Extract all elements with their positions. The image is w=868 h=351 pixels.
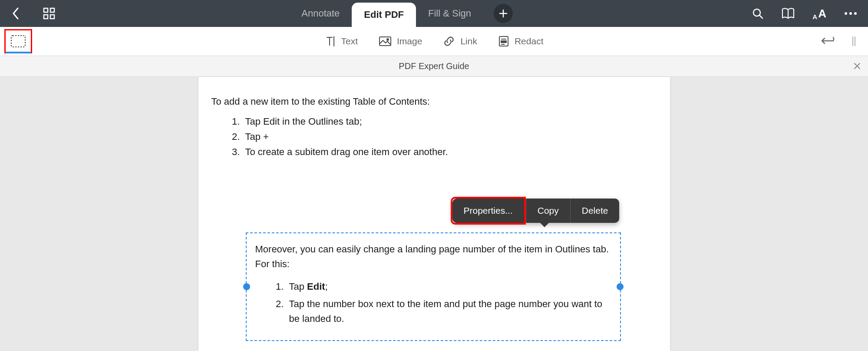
- tab-annotate[interactable]: Annotate: [289, 0, 352, 27]
- image-icon: [379, 36, 392, 46]
- search-button[interactable]: [749, 5, 766, 22]
- text-size-button[interactable]: AA: [810, 4, 829, 23]
- tab-edit-pdf[interactable]: Edit PDF: [352, 3, 416, 27]
- close-icon: [853, 62, 861, 70]
- sub-toolbar-right: [818, 33, 868, 50]
- selection-handle-left[interactable]: [243, 283, 250, 290]
- selection-tool-button[interactable]: [4, 29, 32, 53]
- more-horizontal-icon: [844, 11, 858, 16]
- svg-rect-16: [380, 37, 391, 46]
- svg-line-7: [759, 15, 762, 18]
- svg-rect-0: [44, 8, 48, 12]
- redact-icon: [498, 35, 509, 47]
- list-item: Tap +: [243, 129, 657, 144]
- active-indicator: [6, 52, 31, 53]
- context-menu: Properties... Copy Delete: [452, 199, 620, 223]
- selection-content: Moreover, you can easily change a landin…: [247, 233, 620, 331]
- text-tool-label: Text: [341, 36, 358, 46]
- document-title-bar: PDF Expert Guide: [0, 56, 868, 77]
- text-size-icon: AA: [812, 7, 826, 20]
- plus-icon: [498, 9, 508, 18]
- book-icon: [781, 7, 795, 20]
- doc-list-2: Tap Edit; Tap the number box next to the…: [255, 279, 611, 326]
- svg-point-9: [845, 12, 847, 15]
- sub-toolbar-left: [0, 29, 32, 53]
- top-bar-right: AA: [749, 0, 868, 27]
- svg-rect-1: [50, 8, 54, 12]
- list-item: Tap the number box next to the item and …: [287, 297, 611, 326]
- top-bar-left: [0, 0, 58, 27]
- context-menu-properties[interactable]: Properties...: [451, 197, 526, 225]
- sub-toolbar: Text Image Link Redact: [0, 27, 868, 56]
- redact-tool[interactable]: Redact: [498, 35, 544, 47]
- link-tool-label: Link: [460, 36, 477, 46]
- search-icon: [752, 7, 764, 20]
- grid-icon: [43, 7, 56, 20]
- svg-rect-2: [44, 15, 48, 19]
- parallel-lines-icon: [851, 36, 856, 47]
- svg-rect-12: [11, 36, 25, 47]
- top-bar: Annotate Edit PDF Fill & Sign AA: [0, 0, 868, 27]
- image-tool[interactable]: Image: [379, 36, 422, 46]
- doc-list-1: Tap Edit in the Outlines tab; Tap + To c…: [211, 114, 657, 159]
- document-title: PDF Expert Guide: [399, 61, 469, 71]
- text-tool[interactable]: Text: [325, 36, 358, 47]
- undo-button[interactable]: [818, 33, 838, 50]
- selection-handle-right[interactable]: [617, 283, 624, 290]
- back-button[interactable]: [8, 4, 23, 23]
- chevron-left-icon: [10, 7, 21, 20]
- close-document-button[interactable]: [853, 60, 861, 73]
- svg-rect-20: [501, 41, 506, 43]
- link-tool[interactable]: Link: [443, 35, 477, 47]
- svg-point-10: [849, 12, 852, 15]
- selection-marquee-icon: [10, 35, 26, 48]
- svg-rect-3: [50, 15, 54, 19]
- thumbnails-button[interactable]: [40, 4, 58, 23]
- svg-point-17: [387, 39, 389, 40]
- tab-fill-sign[interactable]: Fill & Sign: [416, 0, 483, 27]
- redact-tool-label: Redact: [515, 36, 544, 46]
- sub-toolbar-center: Text Image Link Redact: [325, 35, 544, 47]
- context-menu-delete[interactable]: Delete: [571, 199, 620, 223]
- list-item: Tap Edit in the Outlines tab;: [243, 114, 657, 129]
- doc-intro-text: To add a new item to the existing Table …: [211, 94, 657, 109]
- reading-mode-button[interactable]: [779, 5, 798, 22]
- more-button[interactable]: [841, 9, 860, 18]
- svg-point-11: [854, 12, 857, 15]
- image-tool-label: Image: [397, 36, 422, 46]
- add-tab-button[interactable]: [494, 4, 513, 23]
- list-item: To create a subitem drag one item over a…: [243, 145, 657, 159]
- selection-box[interactable]: Moreover, you can easily change a landin…: [246, 232, 621, 341]
- doc-moreover-text: Moreover, you can easily change a landin…: [255, 242, 611, 272]
- context-menu-copy[interactable]: Copy: [526, 199, 570, 223]
- list-item: Tap Edit;: [287, 279, 611, 294]
- document-area[interactable]: To add a new item to the existing Table …: [0, 77, 868, 351]
- redo-button[interactable]: [849, 33, 858, 50]
- text-cursor-icon: [325, 36, 336, 47]
- top-tabs: Annotate Edit PDF Fill & Sign: [289, 0, 518, 27]
- undo-icon: [820, 36, 835, 47]
- link-icon: [443, 35, 455, 47]
